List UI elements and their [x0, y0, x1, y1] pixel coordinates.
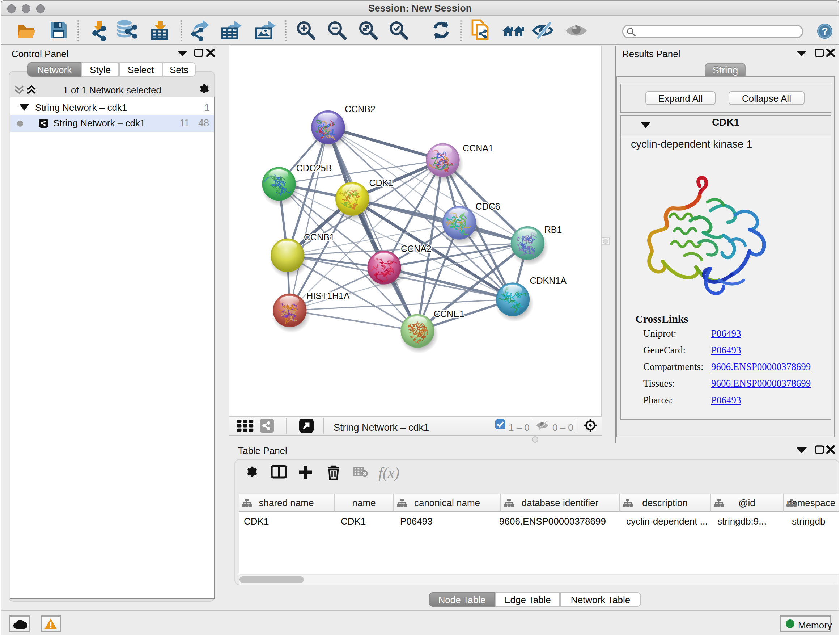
svg-text:CCNE1: CCNE1 [434, 309, 464, 319]
svg-text:CDC6: CDC6 [475, 201, 500, 211]
svg-text:?: ? [821, 25, 828, 37]
svg-text:CDK1: CDK1 [369, 178, 393, 188]
svg-text:CCNB2: CCNB2 [345, 104, 376, 114]
svg-text:CCNA2: CCNA2 [401, 244, 431, 254]
svg-text:CCNA1: CCNA1 [463, 143, 493, 153]
svg-text:CCNB1: CCNB1 [304, 232, 335, 242]
svg-text:CDC25B: CDC25B [296, 163, 332, 173]
svg-text:HIST1H1A: HIST1H1A [306, 291, 350, 301]
svg-text:RB1: RB1 [545, 225, 562, 234]
svg-text:CDKN1A: CDKN1A [530, 276, 567, 286]
